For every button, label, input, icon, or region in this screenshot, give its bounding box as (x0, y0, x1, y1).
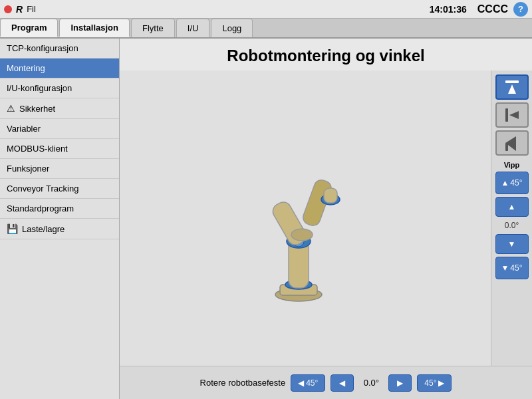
svg-rect-13 (505, 108, 508, 122)
rotate-label: Rotere robotbasefeste (200, 378, 286, 388)
page-title: Robotmontering og vinkel (120, 39, 532, 70)
sidebar-item-standardprogram[interactable]: Standardprogram (0, 199, 119, 219)
svg-rect-11 (505, 80, 519, 83)
app-logo: R (16, 4, 23, 15)
vipp-label: Vipp (504, 161, 520, 169)
right-panel: Vipp ▲ 45° ▲ 0.0° ▼ ▼ 45° (491, 70, 532, 366)
sidebar-item-funksjoner[interactable]: Funksjoner (0, 159, 119, 179)
main-layout: TCP-konfigurasjon Montering I/U-konfigur… (0, 39, 532, 399)
svg-point-8 (291, 229, 313, 241)
sidebar-item-io-konfig[interactable]: I/U-konfigurasjon (0, 78, 119, 98)
bottom-bar: Rotere robotbasefeste ◀ 45° ◀ 0.0° ▶ 45°… (120, 366, 532, 399)
arrow-down-double-icon: ▼ (501, 263, 509, 273)
vipp-down45-label: 45° (510, 263, 522, 273)
sidebar-item-sikkerhet[interactable]: ⚠ Sikkerhet (0, 98, 119, 119)
arrow-down-icon: ▼ (508, 239, 516, 249)
tabbar: Program Installasjon Flytte I/U Logg (0, 19, 532, 39)
content-area: Robotmontering og vinkel (120, 39, 532, 399)
svg-rect-10 (324, 188, 337, 203)
sidebar-item-montering[interactable]: Montering (0, 59, 119, 78)
mount-top-button[interactable] (495, 74, 529, 100)
clock: 14:01:36 (430, 4, 467, 15)
sidebar: TCP-konfigurasjon Montering I/U-konfigur… (0, 39, 120, 399)
vipp-up45-label: 45° (510, 178, 522, 188)
svg-marker-14 (509, 111, 519, 119)
rotate-right-icon: ▶ (397, 378, 403, 388)
help-button[interactable]: ? (513, 2, 528, 17)
warning-icon: ⚠ (7, 103, 15, 114)
file-menu[interactable]: Fil (27, 4, 36, 14)
titlebar-right: 14:01:36 CCCC ? (430, 2, 528, 17)
rotate-left-button[interactable]: ◀ (331, 374, 354, 392)
mount-side-right-button[interactable] (495, 130, 529, 156)
robot-area: Vipp ▲ 45° ▲ 0.0° ▼ ▼ 45° (120, 70, 532, 366)
arrow-up-icon: ▲ (508, 202, 516, 211)
rotate-left45-button[interactable]: ◀ 45° (291, 374, 325, 392)
sidebar-item-tcp[interactable]: TCP-konfigurasjon (0, 39, 119, 59)
rotate-right45-button[interactable]: 45° ▶ (417, 374, 452, 392)
tab-io[interactable]: I/U (176, 19, 210, 37)
rotate-right45-icon: ▶ (438, 378, 444, 388)
tab-installasjon[interactable]: Installasjon (59, 19, 130, 37)
rotate-right-button[interactable]: ▶ (388, 374, 412, 392)
titlebar-left: R Fil (4, 4, 36, 15)
sidebar-item-modbus[interactable]: MODBUS-klient (0, 139, 119, 159)
sidebar-item-variabler[interactable]: Variabler (0, 119, 119, 139)
rotate-left-icon: ◀ (339, 378, 345, 388)
robot-code: CCCC (477, 3, 508, 15)
sidebar-item-conveyor[interactable]: Conveyor Tracking (0, 179, 119, 199)
titlebar: R Fil 14:01:36 CCCC ? (0, 0, 532, 19)
arrow-up-double-icon: ▲ (501, 178, 509, 188)
rotate-value: 0.0° (359, 378, 383, 388)
robot-visualization (232, 125, 378, 311)
close-button[interactable] (4, 5, 12, 13)
tab-program[interactable]: Program (0, 19, 58, 37)
tab-flytte[interactable]: Flytte (131, 19, 175, 37)
vipp-value: 0.0° (505, 221, 519, 230)
tab-logg[interactable]: Logg (211, 19, 253, 37)
svg-marker-12 (508, 84, 516, 94)
vipp-down45-button[interactable]: ▼ 45° (495, 257, 529, 279)
vipp-down-button[interactable]: ▼ (495, 234, 529, 254)
rotate-left45-icon: ◀ (298, 378, 304, 388)
robot-canvas (120, 70, 491, 366)
rotate-left45-label: 45° (306, 378, 318, 388)
vipp-up45-button[interactable]: ▲ 45° (495, 172, 529, 194)
rotate-right45-label: 45° (424, 378, 436, 388)
mount-side-left-button[interactable] (495, 102, 529, 128)
sidebar-item-laste[interactable]: 💾 Laste/lagre (0, 219, 119, 239)
save-icon: 💾 (7, 223, 18, 234)
vipp-up-button[interactable]: ▲ (495, 197, 529, 217)
